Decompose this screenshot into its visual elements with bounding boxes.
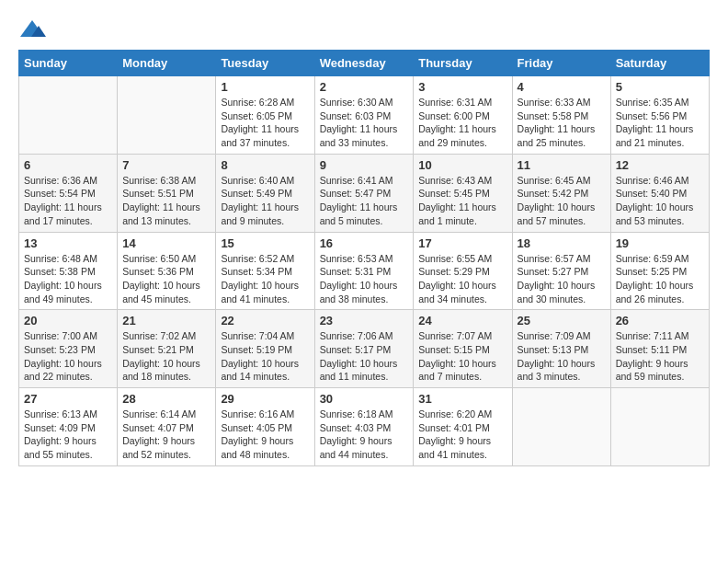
cell-info: Sunrise: 7:04 AM Sunset: 5:19 PM Dayligh… (221, 329, 309, 384)
cell-info: Sunrise: 6:48 AM Sunset: 5:38 PM Dayligh… (24, 252, 112, 306)
logo (18, 18, 50, 40)
cell-info: Sunrise: 6:28 AM Sunset: 6:05 PM Dayligh… (221, 96, 309, 150)
calendar-cell: 11Sunrise: 6:45 AM Sunset: 5:42 PM Dayli… (512, 154, 610, 232)
cell-info: Sunrise: 6:14 AM Sunset: 4:07 PM Dayligh… (122, 408, 210, 462)
day-number: 17 (418, 236, 506, 250)
calendar-cell (512, 388, 610, 466)
calendar-week-row: 1Sunrise: 6:28 AM Sunset: 6:05 PM Daylig… (19, 76, 710, 155)
calendar-cell (610, 388, 709, 466)
calendar-cell: 9Sunrise: 6:41 AM Sunset: 5:47 PM Daylig… (314, 154, 414, 232)
cell-info: Sunrise: 6:35 AM Sunset: 5:56 PM Dayligh… (616, 96, 704, 150)
weekday-header: Sunday (19, 51, 118, 76)
cell-info: Sunrise: 6:41 AM Sunset: 5:47 PM Dayligh… (320, 174, 409, 228)
day-number: 12 (616, 158, 704, 172)
cell-info: Sunrise: 6:38 AM Sunset: 5:51 PM Dayligh… (122, 174, 210, 228)
calendar-week-row: 27Sunrise: 6:13 AM Sunset: 4:09 PM Dayli… (19, 388, 710, 466)
calendar-cell: 14Sunrise: 6:50 AM Sunset: 5:36 PM Dayli… (118, 232, 216, 310)
cell-info: Sunrise: 7:02 AM Sunset: 5:21 PM Dayligh… (122, 329, 210, 384)
calendar-cell: 6Sunrise: 6:36 AM Sunset: 5:54 PM Daylig… (19, 154, 118, 232)
calendar-cell: 23Sunrise: 7:06 AM Sunset: 5:17 PM Dayli… (314, 310, 414, 388)
weekday-header-row: SundayMondayTuesdayWednesdayThursdayFrid… (19, 51, 710, 76)
cell-info: Sunrise: 6:20 AM Sunset: 4:01 PM Dayligh… (418, 408, 506, 462)
calendar-cell: 25Sunrise: 7:09 AM Sunset: 5:13 PM Dayli… (512, 310, 610, 388)
day-number: 19 (616, 236, 704, 250)
calendar-cell: 4Sunrise: 6:33 AM Sunset: 5:58 PM Daylig… (512, 76, 610, 155)
calendar-cell: 2Sunrise: 6:30 AM Sunset: 6:03 PM Daylig… (314, 76, 414, 155)
calendar-cell: 18Sunrise: 6:57 AM Sunset: 5:27 PM Dayli… (512, 232, 610, 310)
day-number: 25 (518, 314, 606, 327)
calendar-week-row: 20Sunrise: 7:00 AM Sunset: 5:23 PM Dayli… (19, 310, 710, 388)
calendar-cell: 31Sunrise: 6:20 AM Sunset: 4:01 PM Dayli… (414, 388, 512, 466)
day-number: 27 (24, 392, 112, 406)
cell-info: Sunrise: 6:53 AM Sunset: 5:31 PM Dayligh… (320, 252, 409, 306)
calendar-cell: 12Sunrise: 6:46 AM Sunset: 5:40 PM Dayli… (610, 154, 709, 232)
calendar-table: SundayMondayTuesdayWednesdayThursdayFrid… (18, 50, 710, 466)
calendar-cell: 5Sunrise: 6:35 AM Sunset: 5:56 PM Daylig… (610, 76, 709, 155)
day-number: 31 (418, 392, 506, 406)
cell-info: Sunrise: 7:09 AM Sunset: 5:13 PM Dayligh… (518, 329, 606, 384)
cell-info: Sunrise: 6:52 AM Sunset: 5:34 PM Dayligh… (221, 252, 309, 306)
calendar-cell: 30Sunrise: 6:18 AM Sunset: 4:03 PM Dayli… (314, 388, 414, 466)
calendar-cell: 16Sunrise: 6:53 AM Sunset: 5:31 PM Dayli… (314, 232, 414, 310)
cell-info: Sunrise: 6:50 AM Sunset: 5:36 PM Dayligh… (122, 252, 210, 306)
calendar-cell: 10Sunrise: 6:43 AM Sunset: 5:45 PM Dayli… (414, 154, 512, 232)
calendar-cell: 13Sunrise: 6:48 AM Sunset: 5:38 PM Dayli… (19, 232, 118, 310)
cell-info: Sunrise: 6:31 AM Sunset: 6:00 PM Dayligh… (418, 96, 506, 150)
weekday-header: Monday (118, 51, 216, 76)
calendar-week-row: 13Sunrise: 6:48 AM Sunset: 5:38 PM Dayli… (19, 232, 710, 310)
calendar-cell: 8Sunrise: 6:40 AM Sunset: 5:49 PM Daylig… (216, 154, 314, 232)
weekday-header: Thursday (414, 51, 512, 76)
day-number: 6 (24, 158, 112, 172)
calendar-cell: 17Sunrise: 6:55 AM Sunset: 5:29 PM Dayli… (414, 232, 512, 310)
cell-info: Sunrise: 6:46 AM Sunset: 5:40 PM Dayligh… (616, 174, 704, 228)
cell-info: Sunrise: 6:59 AM Sunset: 5:25 PM Dayligh… (616, 252, 704, 306)
cell-info: Sunrise: 6:45 AM Sunset: 5:42 PM Dayligh… (518, 174, 606, 228)
day-number: 14 (122, 236, 210, 250)
cell-info: Sunrise: 6:36 AM Sunset: 5:54 PM Dayligh… (24, 174, 112, 228)
day-number: 9 (320, 158, 409, 172)
cell-info: Sunrise: 6:13 AM Sunset: 4:09 PM Dayligh… (24, 408, 112, 462)
cell-info: Sunrise: 6:57 AM Sunset: 5:27 PM Dayligh… (518, 252, 606, 306)
day-number: 30 (320, 392, 409, 406)
cell-info: Sunrise: 6:30 AM Sunset: 6:03 PM Dayligh… (320, 96, 409, 150)
day-number: 20 (24, 314, 112, 327)
calendar-cell: 28Sunrise: 6:14 AM Sunset: 4:07 PM Dayli… (118, 388, 216, 466)
cell-info: Sunrise: 7:00 AM Sunset: 5:23 PM Dayligh… (24, 329, 112, 384)
day-number: 23 (320, 314, 409, 327)
calendar-cell: 24Sunrise: 7:07 AM Sunset: 5:15 PM Dayli… (414, 310, 512, 388)
calendar-cell: 22Sunrise: 7:04 AM Sunset: 5:19 PM Dayli… (216, 310, 314, 388)
day-number: 16 (320, 236, 409, 250)
day-number: 11 (518, 158, 606, 172)
calendar-cell: 1Sunrise: 6:28 AM Sunset: 6:05 PM Daylig… (216, 76, 314, 155)
cell-info: Sunrise: 7:11 AM Sunset: 5:11 PM Dayligh… (616, 329, 704, 384)
day-number: 28 (122, 392, 210, 406)
day-number: 22 (221, 314, 309, 327)
day-number: 2 (320, 80, 409, 94)
calendar-cell: 27Sunrise: 6:13 AM Sunset: 4:09 PM Dayli… (19, 388, 118, 466)
cell-info: Sunrise: 7:06 AM Sunset: 5:17 PM Dayligh… (320, 329, 409, 384)
day-number: 1 (221, 80, 309, 94)
calendar-cell: 29Sunrise: 6:16 AM Sunset: 4:05 PM Dayli… (216, 388, 314, 466)
day-number: 7 (122, 158, 210, 172)
calendar-cell: 7Sunrise: 6:38 AM Sunset: 5:51 PM Daylig… (118, 154, 216, 232)
cell-info: Sunrise: 7:07 AM Sunset: 5:15 PM Dayligh… (418, 329, 506, 384)
cell-info: Sunrise: 6:16 AM Sunset: 4:05 PM Dayligh… (221, 408, 309, 462)
calendar-cell: 19Sunrise: 6:59 AM Sunset: 5:25 PM Dayli… (610, 232, 709, 310)
calendar-week-row: 6Sunrise: 6:36 AM Sunset: 5:54 PM Daylig… (19, 154, 710, 232)
cell-info: Sunrise: 6:55 AM Sunset: 5:29 PM Dayligh… (418, 252, 506, 306)
day-number: 10 (418, 158, 506, 172)
calendar-cell (118, 76, 216, 155)
day-number: 18 (518, 236, 606, 250)
calendar-cell: 20Sunrise: 7:00 AM Sunset: 5:23 PM Dayli… (19, 310, 118, 388)
cell-info: Sunrise: 6:18 AM Sunset: 4:03 PM Dayligh… (320, 408, 409, 462)
calendar-cell: 21Sunrise: 7:02 AM Sunset: 5:21 PM Dayli… (118, 310, 216, 388)
calendar-cell: 3Sunrise: 6:31 AM Sunset: 6:00 PM Daylig… (414, 76, 512, 155)
weekday-header: Saturday (610, 51, 709, 76)
day-number: 3 (418, 80, 506, 94)
day-number: 24 (418, 314, 506, 327)
day-number: 26 (616, 314, 704, 327)
day-number: 21 (122, 314, 210, 327)
day-number: 8 (221, 158, 309, 172)
day-number: 13 (24, 236, 112, 250)
cell-info: Sunrise: 6:43 AM Sunset: 5:45 PM Dayligh… (418, 174, 506, 228)
